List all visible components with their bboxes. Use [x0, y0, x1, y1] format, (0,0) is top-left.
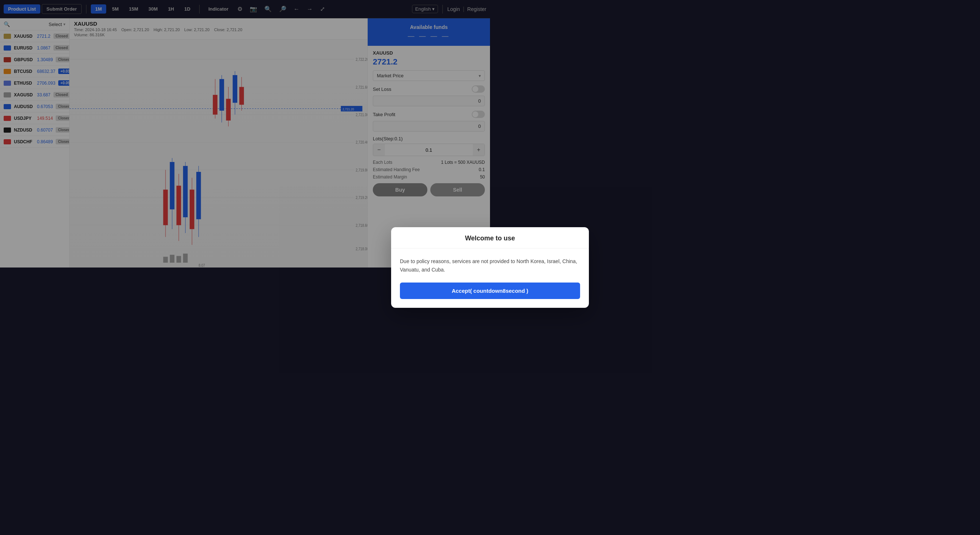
modal-title: Welcome to use — [400, 235, 490, 242]
modal-overlay: Welcome to use Due to policy reasons, se… — [0, 0, 490, 267]
modal-header: Welcome to use — [391, 227, 490, 248]
welcome-modal: Welcome to use Due to policy reasons, se… — [391, 227, 490, 267]
modal-text: Due to policy reasons, services are not … — [400, 257, 490, 267]
modal-body: Due to policy reasons, services are not … — [391, 248, 490, 267]
